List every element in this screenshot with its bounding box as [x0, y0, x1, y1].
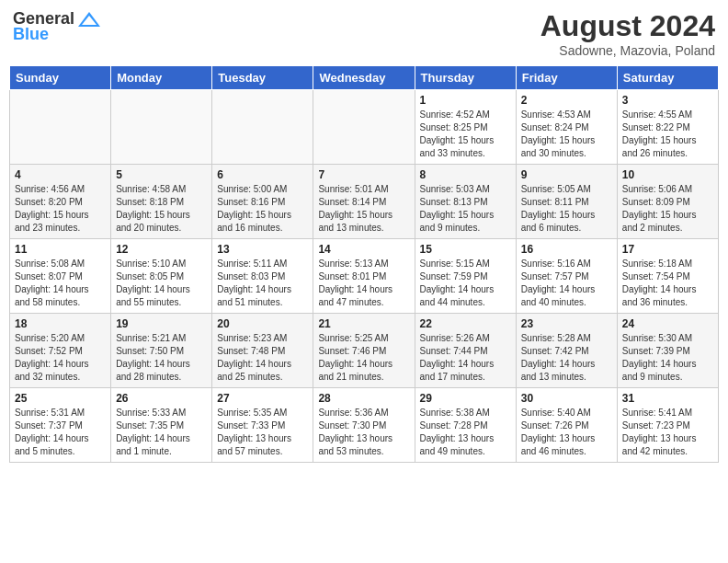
calendar-cell: [10, 90, 111, 165]
day-info: Sunrise: 5:15 AM Sunset: 7:59 PM Dayligh…: [420, 258, 511, 309]
calendar-cell: 21Sunrise: 5:25 AM Sunset: 7:46 PM Dayli…: [313, 314, 415, 388]
calendar-week-5: 25Sunrise: 5:31 AM Sunset: 7:37 PM Dayli…: [10, 388, 719, 463]
calendar-cell: 2Sunrise: 4:53 AM Sunset: 8:24 PM Daylig…: [516, 90, 617, 165]
calendar-cell: 17Sunrise: 5:18 AM Sunset: 7:54 PM Dayli…: [617, 239, 718, 314]
calendar-cell: 20Sunrise: 5:23 AM Sunset: 7:48 PM Dayli…: [212, 314, 313, 388]
day-number: 2: [521, 94, 612, 107]
day-number: 27: [217, 392, 308, 405]
calendar-cell: 11Sunrise: 5:08 AM Sunset: 8:07 PM Dayli…: [10, 239, 111, 314]
calendar-cell: 10Sunrise: 5:06 AM Sunset: 8:09 PM Dayli…: [617, 165, 718, 239]
day-number: 12: [116, 243, 207, 256]
logo-icon: [76, 10, 102, 29]
day-number: 13: [217, 243, 308, 256]
weekday-header-sunday: Sunday: [10, 66, 111, 90]
calendar-cell: 18Sunrise: 5:20 AM Sunset: 7:52 PM Dayli…: [10, 314, 111, 388]
logo-blue-text: Blue: [13, 25, 49, 44]
calendar-cell: 12Sunrise: 5:10 AM Sunset: 8:05 PM Dayli…: [111, 239, 212, 314]
calendar-cell: [111, 90, 212, 165]
weekday-header-saturday: Saturday: [617, 66, 718, 90]
calendar-cell: [313, 90, 415, 165]
day-number: 17: [622, 243, 713, 256]
day-info: Sunrise: 5:28 AM Sunset: 7:42 PM Dayligh…: [521, 332, 612, 384]
day-number: 1: [420, 94, 511, 107]
day-number: 15: [420, 243, 511, 256]
calendar-week-1: 1Sunrise: 4:52 AM Sunset: 8:25 PM Daylig…: [10, 90, 719, 165]
day-number: 7: [318, 168, 409, 181]
day-info: Sunrise: 5:03 AM Sunset: 8:13 PM Dayligh…: [420, 183, 511, 235]
calendar-cell: 14Sunrise: 5:13 AM Sunset: 8:01 PM Dayli…: [313, 239, 415, 314]
calendar-cell: [212, 90, 313, 165]
calendar-cell: 27Sunrise: 5:35 AM Sunset: 7:33 PM Dayli…: [212, 388, 313, 463]
day-info: Sunrise: 5:08 AM Sunset: 8:07 PM Dayligh…: [15, 258, 106, 309]
calendar-cell: 3Sunrise: 4:55 AM Sunset: 8:22 PM Daylig…: [617, 90, 718, 165]
day-info: Sunrise: 5:26 AM Sunset: 7:44 PM Dayligh…: [420, 332, 511, 384]
calendar-cell: 6Sunrise: 5:00 AM Sunset: 8:16 PM Daylig…: [212, 165, 313, 239]
day-number: 5: [116, 168, 207, 181]
day-info: Sunrise: 5:30 AM Sunset: 7:39 PM Dayligh…: [622, 332, 713, 384]
day-info: Sunrise: 5:21 AM Sunset: 7:50 PM Dayligh…: [116, 332, 207, 384]
day-number: 22: [420, 317, 511, 330]
day-number: 30: [521, 392, 612, 405]
day-number: 8: [420, 168, 511, 181]
day-number: 4: [15, 168, 106, 181]
calendar-cell: 15Sunrise: 5:15 AM Sunset: 7:59 PM Dayli…: [415, 239, 516, 314]
weekday-header-row: SundayMondayTuesdayWednesdayThursdayFrid…: [10, 66, 719, 90]
calendar-cell: 23Sunrise: 5:28 AM Sunset: 7:42 PM Dayli…: [516, 314, 617, 388]
day-number: 16: [521, 243, 612, 256]
weekday-header-monday: Monday: [111, 66, 212, 90]
day-number: 10: [622, 168, 713, 181]
day-number: 3: [622, 94, 713, 107]
day-number: 9: [521, 168, 612, 181]
day-number: 6: [217, 168, 308, 181]
calendar-cell: 28Sunrise: 5:36 AM Sunset: 7:30 PM Dayli…: [313, 388, 415, 463]
day-number: 14: [318, 243, 409, 256]
day-number: 23: [521, 317, 612, 330]
day-number: 26: [116, 392, 207, 405]
day-number: 21: [318, 317, 409, 330]
day-info: Sunrise: 5:40 AM Sunset: 7:26 PM Dayligh…: [521, 407, 612, 458]
day-info: Sunrise: 5:25 AM Sunset: 7:46 PM Dayligh…: [318, 332, 409, 384]
calendar-cell: 19Sunrise: 5:21 AM Sunset: 7:50 PM Dayli…: [111, 314, 212, 388]
calendar-table: SundayMondayTuesdayWednesdayThursdayFrid…: [9, 65, 719, 463]
day-info: Sunrise: 5:31 AM Sunset: 7:37 PM Dayligh…: [15, 407, 106, 458]
calendar-cell: 8Sunrise: 5:03 AM Sunset: 8:13 PM Daylig…: [415, 165, 516, 239]
page-header: General Blue August 2024 Sadowne, Mazovi…: [9, 9, 719, 58]
day-info: Sunrise: 4:53 AM Sunset: 8:24 PM Dayligh…: [521, 109, 612, 160]
day-number: 11: [15, 243, 106, 256]
day-info: Sunrise: 5:23 AM Sunset: 7:48 PM Dayligh…: [217, 332, 308, 384]
calendar-cell: 1Sunrise: 4:52 AM Sunset: 8:25 PM Daylig…: [415, 90, 516, 165]
calendar-cell: 29Sunrise: 5:38 AM Sunset: 7:28 PM Dayli…: [415, 388, 516, 463]
day-number: 18: [15, 317, 106, 330]
day-number: 24: [622, 317, 713, 330]
day-info: Sunrise: 5:11 AM Sunset: 8:03 PM Dayligh…: [217, 258, 308, 309]
day-info: Sunrise: 5:35 AM Sunset: 7:33 PM Dayligh…: [217, 407, 308, 458]
day-info: Sunrise: 5:38 AM Sunset: 7:28 PM Dayligh…: [420, 407, 511, 458]
weekday-header-friday: Friday: [516, 66, 617, 90]
calendar-cell: 5Sunrise: 4:58 AM Sunset: 8:18 PM Daylig…: [111, 165, 212, 239]
day-info: Sunrise: 4:55 AM Sunset: 8:22 PM Dayligh…: [622, 109, 713, 160]
day-info: Sunrise: 4:56 AM Sunset: 8:20 PM Dayligh…: [15, 183, 106, 235]
day-info: Sunrise: 5:00 AM Sunset: 8:16 PM Dayligh…: [217, 183, 308, 235]
logo: General Blue: [13, 9, 102, 44]
calendar-cell: 13Sunrise: 5:11 AM Sunset: 8:03 PM Dayli…: [212, 239, 313, 314]
calendar-title: August 2024: [540, 9, 715, 43]
calendar-week-3: 11Sunrise: 5:08 AM Sunset: 8:07 PM Dayli…: [10, 239, 719, 314]
day-number: 31: [622, 392, 713, 405]
day-info: Sunrise: 5:41 AM Sunset: 7:23 PM Dayligh…: [622, 407, 713, 458]
day-info: Sunrise: 5:16 AM Sunset: 7:57 PM Dayligh…: [521, 258, 612, 309]
day-info: Sunrise: 5:33 AM Sunset: 7:35 PM Dayligh…: [116, 407, 207, 458]
calendar-cell: 16Sunrise: 5:16 AM Sunset: 7:57 PM Dayli…: [516, 239, 617, 314]
day-info: Sunrise: 5:05 AM Sunset: 8:11 PM Dayligh…: [521, 183, 612, 235]
day-number: 29: [420, 392, 511, 405]
day-info: Sunrise: 5:18 AM Sunset: 7:54 PM Dayligh…: [622, 258, 713, 309]
calendar-cell: 25Sunrise: 5:31 AM Sunset: 7:37 PM Dayli…: [10, 388, 111, 463]
day-info: Sunrise: 4:52 AM Sunset: 8:25 PM Dayligh…: [420, 109, 511, 160]
day-number: 28: [318, 392, 409, 405]
day-info: Sunrise: 5:10 AM Sunset: 8:05 PM Dayligh…: [116, 258, 207, 309]
calendar-cell: 22Sunrise: 5:26 AM Sunset: 7:44 PM Dayli…: [415, 314, 516, 388]
day-info: Sunrise: 5:06 AM Sunset: 8:09 PM Dayligh…: [622, 183, 713, 235]
calendar-subtitle: Sadowne, Mazovia, Poland: [540, 43, 715, 58]
calendar-cell: 26Sunrise: 5:33 AM Sunset: 7:35 PM Dayli…: [111, 388, 212, 463]
title-section: August 2024 Sadowne, Mazovia, Poland: [540, 9, 715, 58]
day-info: Sunrise: 5:13 AM Sunset: 8:01 PM Dayligh…: [318, 258, 409, 309]
